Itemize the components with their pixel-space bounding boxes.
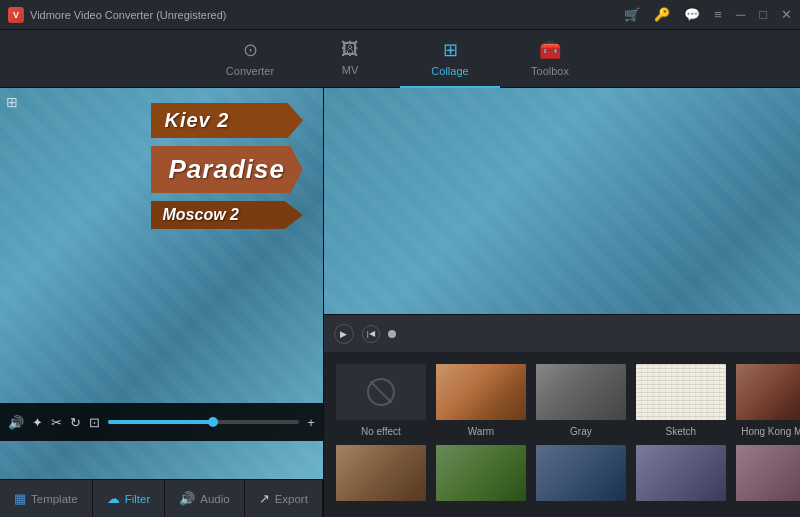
rotate-icon[interactable]: ↻ [70, 415, 81, 430]
video-controls: 🔊 ✦ ✂ ↻ ⊡ + [0, 403, 323, 441]
filter-no-effect[interactable]: No effect [334, 362, 428, 437]
tab-mv[interactable]: 🖼 MV [300, 30, 400, 88]
sketch-lines [636, 364, 726, 420]
filter-thumb-r2e [734, 443, 800, 503]
right-water-overlay [324, 88, 800, 314]
title-text: Vidmore Video Converter (Unregistered) [30, 9, 226, 21]
left-panel: ⊞ Kiev 2 Paradise Moscow 2 🔊 ✦ ✂ ↻ ⊡ + [0, 88, 324, 517]
audio-icon: 🔊 [179, 491, 195, 506]
converter-icon: ⊙ [243, 39, 258, 61]
minimize-icon[interactable]: ─ [736, 7, 745, 22]
nav-bar: ⊙ Converter 🖼 MV ⊞ Collage 🧰 Toolbox [0, 30, 800, 88]
time-display: 00:00:00.00/00:00:09.17 [404, 327, 800, 340]
main-area: ⊞ Kiev 2 Paradise Moscow 2 🔊 ✦ ✂ ↻ ⊡ + [0, 88, 800, 517]
progress-fill [108, 420, 213, 424]
sub-tab-template-label: Template [31, 493, 78, 505]
sign-paradise: Paradise [151, 146, 303, 193]
sub-tab-export[interactable]: ↗ Export [245, 480, 323, 517]
filter-thumb-r2d [634, 443, 728, 503]
title-bar-left: V Vidmore Video Converter (Unregistered) [8, 7, 226, 23]
tab-toolbox-label: Toolbox [531, 65, 569, 77]
right-panel: Kiev 2 Paradise Moscow 2 ▶ |◀ 00:00:00.0… [324, 88, 800, 517]
tab-converter[interactable]: ⊙ Converter [200, 30, 300, 88]
right-video-bg: Kiev 2 Paradise Moscow 2 [324, 88, 800, 314]
no-effect-circle [367, 378, 395, 406]
no-effect-thumb [336, 364, 426, 420]
sub-tab-bar: ▦ Template ☁ Filter 🔊 Audio ↗ Export [0, 479, 323, 517]
volume-ctrl-icon[interactable]: 🔊 [8, 415, 24, 430]
filter-thumb-sketch [634, 362, 728, 422]
filter-gray[interactable]: Gray [534, 362, 628, 437]
sub-tab-filter[interactable]: ☁ Filter [93, 480, 166, 517]
maximize-icon[interactable]: □ [759, 7, 767, 22]
filter-thumb-warm [434, 362, 528, 422]
filter-thumb-gray [534, 362, 628, 422]
filter-grid: No effect Warm Gray [324, 352, 800, 517]
sub-tab-audio[interactable]: 🔊 Audio [165, 480, 244, 517]
filter-row2-a[interactable] [334, 443, 428, 507]
cart-icon[interactable]: 🛒 [624, 7, 640, 22]
close-button[interactable]: ✕ [781, 7, 792, 22]
video-preview-right: Kiev 2 Paradise Moscow 2 [324, 88, 800, 314]
brightness-icon[interactable]: ✦ [32, 415, 43, 430]
tab-mv-label: MV [342, 64, 359, 76]
filter-row2-e[interactable] [734, 443, 800, 507]
app-icon: V [8, 7, 24, 23]
filter-label-warm: Warm [468, 426, 494, 437]
progress-handle[interactable] [208, 417, 218, 427]
skip-start-button[interactable]: |◀ [362, 325, 380, 343]
grid-overlay-icon: ⊞ [6, 94, 18, 110]
filter-label-no-effect: No effect [361, 426, 401, 437]
play-button[interactable]: ▶ [334, 324, 354, 344]
tab-collage-label: Collage [431, 65, 468, 77]
key-icon[interactable]: 🔑 [654, 7, 670, 22]
tab-converter-label: Converter [226, 65, 274, 77]
video-progress-bar[interactable] [108, 420, 299, 424]
watermark-icon[interactable]: ⊡ [89, 415, 100, 430]
filter-cloud-icon: ☁ [107, 491, 120, 506]
toolbox-icon: 🧰 [539, 39, 561, 61]
title-bar: V Vidmore Video Converter (Unregistered)… [0, 0, 800, 30]
mv-icon: 🖼 [341, 39, 359, 60]
expand-icon[interactable]: + [307, 415, 315, 430]
sign-moscow: Moscow 2 [151, 201, 303, 229]
crop-icon[interactable]: ✂ [51, 415, 62, 430]
filter-row-2 [334, 443, 800, 507]
title-bar-right: 🛒 🔑 💬 ≡ ─ □ ✕ [624, 7, 792, 22]
right-playback-bar: ▶ |◀ 00:00:00.00/00:00:09.17 🔊 [324, 314, 800, 352]
filter-row-1: No effect Warm Gray [334, 362, 800, 437]
filter-row2-c[interactable] [534, 443, 628, 507]
filter-sketch[interactable]: Sketch [634, 362, 728, 437]
menu-icon[interactable]: ≡ [714, 7, 722, 22]
filter-label-sketch: Sketch [666, 426, 697, 437]
tab-collage[interactable]: ⊞ Collage [400, 30, 500, 88]
filter-label-gray: Gray [570, 426, 592, 437]
sub-tab-template[interactable]: ▦ Template [0, 480, 93, 517]
export-arrow-icon: ↗ [259, 491, 270, 506]
video-preview-left: ⊞ Kiev 2 Paradise Moscow 2 🔊 ✦ ✂ ↻ ⊡ + [0, 88, 323, 479]
filter-thumb-r2a [334, 443, 428, 503]
template-icon: ▦ [14, 491, 26, 506]
filter-row2-d[interactable] [634, 443, 728, 507]
filter-hong-kong[interactable]: Hong Kong Movie [734, 362, 800, 437]
sign-container: Kiev 2 Paradise Moscow 2 [151, 103, 303, 229]
filter-label-hong-kong: Hong Kong Movie [741, 426, 800, 437]
filter-thumb-r2b [434, 443, 528, 503]
chat-icon[interactable]: 💬 [684, 7, 700, 22]
sub-tab-export-label: Export [275, 493, 308, 505]
sub-tab-audio-label: Audio [200, 493, 229, 505]
collage-icon: ⊞ [443, 39, 458, 61]
tab-toolbox[interactable]: 🧰 Toolbox [500, 30, 600, 88]
filter-thumb-hong-kong [734, 362, 800, 422]
dot-indicator [388, 330, 396, 338]
sign-kiev: Kiev 2 [151, 103, 303, 138]
filter-warm[interactable]: Warm [434, 362, 528, 437]
filter-thumb-r2c [534, 443, 628, 503]
filter-thumb-no-effect [334, 362, 428, 422]
sub-tab-filter-label: Filter [125, 493, 151, 505]
filter-row2-b[interactable] [434, 443, 528, 507]
